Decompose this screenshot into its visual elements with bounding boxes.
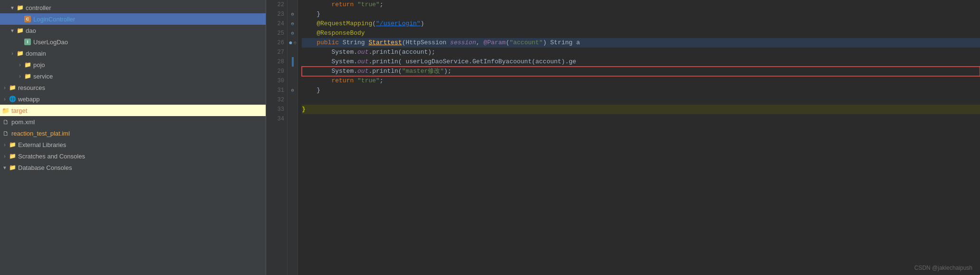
- code-line-26: public String Starttest(HttpSession sess…: [302, 38, 980, 48]
- tree-label: Scratches and Consoles: [18, 153, 85, 160]
- code-line-32: [302, 95, 980, 105]
- code-line-28: System.out.println( userLogDaoService.Ge…: [302, 57, 980, 67]
- file-tree: ▼ 📁 controller C LoginController ▼ 📁 dao…: [0, 0, 266, 275]
- folder-icon: 📁: [9, 152, 16, 160]
- tree-label: pojo: [33, 61, 45, 69]
- tree-label: service: [33, 73, 53, 80]
- tree-label: reaction_test_plat.iml: [11, 130, 70, 137]
- chevron-icon: ▼: [10, 28, 15, 33]
- tree-item-target[interactable]: 📁 target: [0, 105, 266, 116]
- line-num-31: 31: [275, 86, 284, 95]
- chevron-icon: ›: [2, 85, 8, 90]
- folder-icon: 📁: [9, 164, 16, 171]
- gutter-23: ⊖: [288, 10, 298, 19]
- line-num-25: 25: [275, 29, 284, 38]
- tree-item-controller[interactable]: ▼ 📁 controller: [0, 2, 266, 13]
- chevron-icon: ›: [17, 62, 23, 68]
- code-line-22: return "true";: [302, 0, 980, 10]
- tree-item-scratches[interactable]: › 📁 Scratches and Consoles: [0, 150, 266, 162]
- folder-icon: 📁: [16, 4, 24, 11]
- gutter-27: [288, 48, 298, 57]
- line-num-32: 32: [275, 95, 284, 105]
- gutter-29: [288, 67, 298, 76]
- code-line-25: @ResponseBody: [302, 29, 980, 38]
- line-num-24: 24: [275, 19, 284, 29]
- code-line-30: return "true";: [302, 76, 980, 86]
- tree-item-iml[interactable]: 🗋 reaction_test_plat.iml: [0, 128, 266, 139]
- tree-label: pom.xml: [11, 118, 35, 126]
- tree-item-pojo[interactable]: › 📁 pojo: [0, 59, 266, 70]
- code-lines[interactable]: return "true"; } @RequestMapping("/userL…: [298, 0, 980, 275]
- code-line-24: @RequestMapping("/userLogin"): [302, 19, 980, 29]
- code-line-33: }: [302, 105, 980, 114]
- tree-item-external-libraries[interactable]: › 📁 External Libraries: [0, 139, 266, 150]
- folder-icon: 📁: [24, 72, 31, 80]
- file-c-icon: C: [24, 15, 31, 23]
- file-iml-icon: 🗋: [2, 129, 10, 137]
- gutter-33: [288, 105, 298, 114]
- gutter-28: [292, 57, 294, 67]
- spacer: [17, 39, 23, 45]
- diff-icon-26: ⊖: [294, 40, 297, 46]
- gutter: ⊖ ⊖ ⊖ ● ⊖ ⊖: [288, 0, 298, 275]
- code-line-34: [302, 114, 980, 124]
- chevron-icon: ›: [2, 96, 8, 102]
- tree-label: dao: [26, 27, 36, 34]
- folder-icon: 📁: [16, 49, 24, 57]
- gutter-24: ⊖: [288, 19, 298, 29]
- code-line-27: System.out.println(account);: [302, 48, 980, 57]
- line-num-26: 26: [275, 38, 284, 48]
- tree-item-pom[interactable]: 🗋 pom.xml: [0, 116, 266, 128]
- gutter-30: [288, 76, 298, 86]
- code-line-31: }: [302, 86, 980, 95]
- line-num-27: 27: [275, 48, 284, 57]
- line-num-34: 34: [275, 114, 284, 124]
- chevron-icon: ›: [2, 142, 8, 147]
- chevron-icon: ▼: [2, 165, 8, 170]
- gutter-32: [288, 95, 298, 105]
- tree-label: External Libraries: [18, 141, 66, 148]
- file-i-icon: I: [24, 38, 31, 46]
- chevron-icon: ›: [17, 73, 23, 79]
- tree-item-webapp[interactable]: › 🌐 webapp: [0, 93, 266, 105]
- gutter-31: ⊖: [288, 86, 298, 95]
- line-numbers: 22 23 24 25 26 27 28 29 30 31 32 33 34: [266, 0, 288, 275]
- tree-item-dao[interactable]: ▼ 📁 dao: [0, 25, 266, 36]
- line-num-22: 22: [275, 0, 284, 10]
- line-num-23: 23: [275, 10, 284, 19]
- tree-item-LoginController[interactable]: C LoginController: [0, 13, 266, 25]
- tree-label: target: [11, 107, 27, 114]
- tree-label: Database Consoles: [18, 164, 72, 171]
- folder-icon: 📁: [24, 61, 31, 69]
- folder-target-icon: 📁: [2, 107, 10, 114]
- tree-item-database-consoles[interactable]: ▼ 📁 Database Consoles: [0, 162, 266, 173]
- watermark: CSDN @jakiechaipush: [914, 265, 972, 271]
- tree-item-service[interactable]: › 📁 service: [0, 70, 266, 82]
- changed-marker: ●: [288, 39, 292, 47]
- line-num-29: 29: [275, 67, 284, 76]
- code-line-23: }: [302, 10, 980, 19]
- tree-label: webapp: [18, 96, 40, 103]
- tree-item-domain[interactable]: › 📁 domain: [0, 48, 266, 59]
- chevron-icon: ›: [10, 50, 15, 56]
- code-editor: 22 23 24 25 26 27 28 29 30 31 32 33 34 ⊖…: [266, 0, 980, 275]
- gutter-25: ⊖: [288, 29, 298, 38]
- gutter-34: [288, 114, 298, 124]
- tree-item-resources[interactable]: › 📁 resources: [0, 82, 266, 93]
- folder-icon: 📁: [9, 141, 16, 148]
- line-num-28: 28: [275, 57, 284, 67]
- tree-label: domain: [26, 50, 46, 57]
- gutter-26: ● ⊖: [288, 38, 298, 48]
- chevron-icon: ▼: [10, 5, 15, 10]
- folder-icon: 🌐: [9, 95, 16, 103]
- tree-label: LoginController: [33, 16, 75, 23]
- line-num-30: 30: [275, 76, 284, 86]
- chevron-icon: ›: [2, 153, 8, 159]
- gutter-22: [288, 0, 298, 10]
- tree-label: UserLogDao: [33, 39, 68, 46]
- code-line-29: System.out.println("master修改");: [302, 67, 980, 76]
- tree-item-UserLogDao[interactable]: I UserLogDao: [0, 36, 266, 48]
- tree-label: resources: [18, 84, 45, 91]
- folder-icon: 📁: [9, 84, 16, 91]
- line-num-33: 33: [275, 105, 284, 114]
